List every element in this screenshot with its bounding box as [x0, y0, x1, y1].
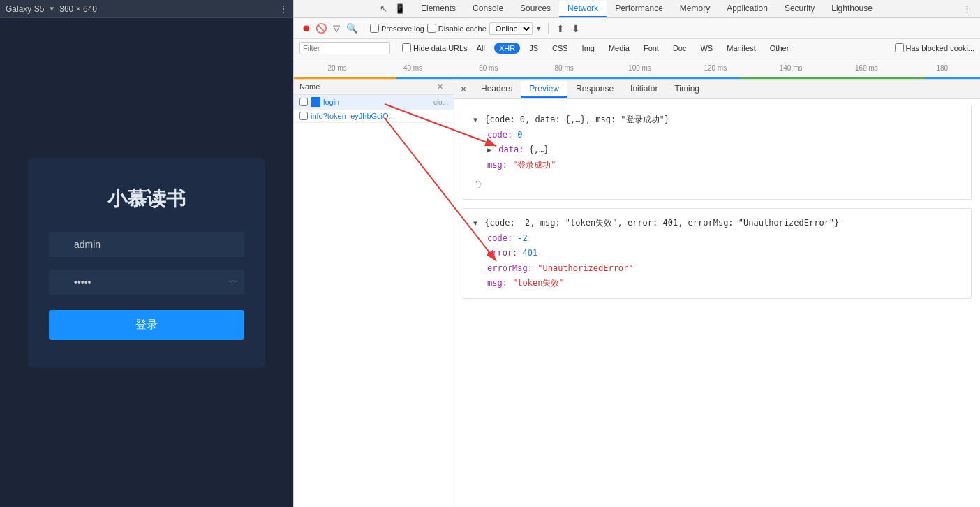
password-input[interactable]	[49, 270, 244, 295]
timeline-label-60: 60 ms	[451, 64, 526, 72]
tab-performance[interactable]: Performance	[607, 1, 671, 17]
code-key-1: code:	[487, 130, 512, 140]
login-row-name: login	[323, 98, 431, 106]
login-xhr-label: cio...	[433, 98, 448, 106]
msg-val-1: "登录成功"	[512, 160, 556, 170]
tab-timing[interactable]: Timing	[666, 81, 708, 98]
mobile-panel: Galaxy S5 ▼ 360 × 640 ⋮ 小慕读书 👤 🔒 〰 登录	[0, 0, 293, 507]
data-key-1: data:	[498, 145, 524, 154]
msg-key-1: msg:	[487, 160, 507, 170]
filter-doc[interactable]: Doc	[668, 43, 692, 54]
tab-network[interactable]: Network	[559, 1, 607, 17]
tab-application[interactable]: Application	[718, 1, 776, 17]
throttle-arrow: ▼	[535, 24, 542, 32]
request-info[interactable]: info?token=eyJhbGciO...	[294, 110, 454, 123]
msg-key-2: msg:	[487, 278, 507, 288]
tab-preview[interactable]: Preview	[521, 81, 567, 98]
error-key-2: error:	[487, 248, 517, 258]
has-blocked-cookies-label[interactable]: Has blocked cooki...	[895, 43, 974, 52]
code-key-2: code:	[487, 233, 512, 243]
filter-media[interactable]: Media	[604, 43, 634, 54]
close-requests-icon[interactable]: ✕	[437, 82, 448, 91]
partial-text: "}	[473, 179, 482, 189]
triangle-2[interactable]: ▼	[473, 219, 477, 227]
tab-console[interactable]: Console	[464, 1, 512, 17]
timeline-labels: 20 ms 40 ms 60 ms 80 ms 100 ms 120 ms 14…	[294, 64, 980, 72]
disable-cache-checkbox[interactable]	[427, 24, 436, 33]
msg-val-2: "token失效"	[512, 278, 565, 288]
search-button[interactable]: 🔍	[346, 22, 358, 35]
requests-list: Name ✕ login cio... info?token=eyJhbGciO…	[294, 80, 454, 507]
code-val-1: 0	[517, 130, 522, 140]
info-row-name: info?token=eyJhbGciO...	[311, 112, 448, 120]
tab-security[interactable]: Security	[776, 1, 823, 17]
eye-icon[interactable]: 〰	[229, 277, 237, 287]
triangle-1[interactable]: ▼	[473, 116, 477, 124]
filter-ws[interactable]: WS	[695, 43, 718, 54]
login-button[interactable]: 登录	[49, 310, 244, 340]
preview-content: ▼ {code: 0, data: {,…}, msg: "登录成功"} cod…	[454, 99, 980, 507]
login-card: 小慕读书 👤 🔒 〰 登录	[28, 158, 265, 368]
network-timeline: 20 ms 40 ms 60 ms 80 ms 100 ms 120 ms 14…	[294, 57, 980, 80]
tab-lighthouse[interactable]: Lighthouse	[823, 1, 881, 17]
requests-header: Name ✕	[294, 80, 454, 95]
filter-other[interactable]: Other	[765, 43, 794, 54]
request-login[interactable]: login cio...	[294, 95, 454, 110]
json-response-box-1: ▼ {code: 0, data: {,…}, msg: "登录成功"} cod…	[463, 105, 972, 200]
tab-memory[interactable]: Memory	[671, 1, 718, 17]
json-response-box-2: ▼ {code: -2, msg: "token失效", error: 401,…	[463, 208, 972, 299]
filter-all[interactable]: All	[472, 43, 490, 54]
filter-bar: Hide data URLs All XHR JS CSS Img Media …	[294, 39, 980, 57]
filter-xhr[interactable]: XHR	[494, 43, 520, 54]
code-val-2: -2	[517, 233, 527, 243]
error-val-2: 401	[523, 248, 538, 258]
tab-elements[interactable]: Elements	[413, 1, 464, 17]
timeline-label-120: 120 ms	[678, 64, 753, 72]
inspect-icon[interactable]: ↖	[376, 2, 390, 16]
triangle-data[interactable]: ▶	[487, 146, 491, 154]
error-msg-val-2: "UnauthorizedError"	[537, 263, 633, 273]
stop-button[interactable]: 🚫	[315, 22, 327, 35]
device-name[interactable]: Galaxy S5	[6, 4, 44, 14]
devtools-panel: ↖ 📱 Elements Console Sources Network Per…	[293, 0, 980, 507]
network-toolbar: ⏺ 🚫 ▽ 🔍 Preserve log Disable cache Onlin…	[294, 18, 980, 39]
filter-css[interactable]: CSS	[547, 43, 573, 54]
record-button[interactable]: ⏺	[299, 22, 312, 35]
filter-font[interactable]: Font	[639, 43, 664, 54]
filter-button[interactable]: ▽	[330, 22, 343, 35]
filter-js[interactable]: JS	[524, 43, 543, 54]
more-icon[interactable]: ⋮	[960, 2, 974, 16]
devtools-icons: ↖ 📱	[376, 2, 410, 16]
data-val-1: {,…}	[529, 145, 549, 154]
hide-data-urls-checkbox[interactable]	[402, 43, 411, 52]
info-row-checkbox[interactable]	[299, 112, 308, 120]
device-icon[interactable]: 📱	[393, 2, 407, 16]
devtools-tabs: ↖ 📱 Elements Console Sources Network Per…	[294, 0, 980, 18]
timeline-label-80: 80 ms	[526, 64, 602, 72]
timeline-label-160: 160 ms	[829, 64, 904, 72]
tab-headers[interactable]: Headers	[473, 81, 521, 98]
timeline-label-20: 20 ms	[299, 64, 375, 72]
filter-img[interactable]: Img	[577, 43, 600, 54]
hide-data-urls-label[interactable]: Hide data URLs	[402, 43, 468, 52]
preview-close-icon[interactable]: ✕	[460, 84, 473, 94]
timeline-label-40: 40 ms	[375, 64, 450, 72]
tab-response[interactable]: Response	[567, 81, 622, 98]
filter-input[interactable]	[299, 42, 390, 54]
preserve-log-label[interactable]: Preserve log	[370, 24, 424, 33]
disable-cache-label[interactable]: Disable cache	[427, 24, 487, 33]
username-wrapper: 👤	[49, 232, 244, 257]
preview-panel: ✕ Headers Preview Response Initiator Tim…	[454, 80, 980, 507]
username-input[interactable]	[49, 232, 244, 257]
download-button[interactable]: ⬇	[570, 22, 582, 35]
login-indicator	[311, 97, 320, 107]
has-blocked-cookies-checkbox[interactable]	[895, 43, 904, 52]
throttle-select[interactable]: Online	[489, 22, 533, 35]
login-row-checkbox[interactable]	[299, 98, 308, 106]
tab-sources[interactable]: Sources	[512, 1, 559, 17]
tab-initiator[interactable]: Initiator	[622, 81, 666, 98]
upload-button[interactable]: ⬆	[554, 22, 567, 35]
preserve-log-checkbox[interactable]	[370, 24, 379, 33]
filter-manifest[interactable]: Manifest	[722, 43, 761, 54]
timeline-label-180: 180	[905, 64, 980, 72]
